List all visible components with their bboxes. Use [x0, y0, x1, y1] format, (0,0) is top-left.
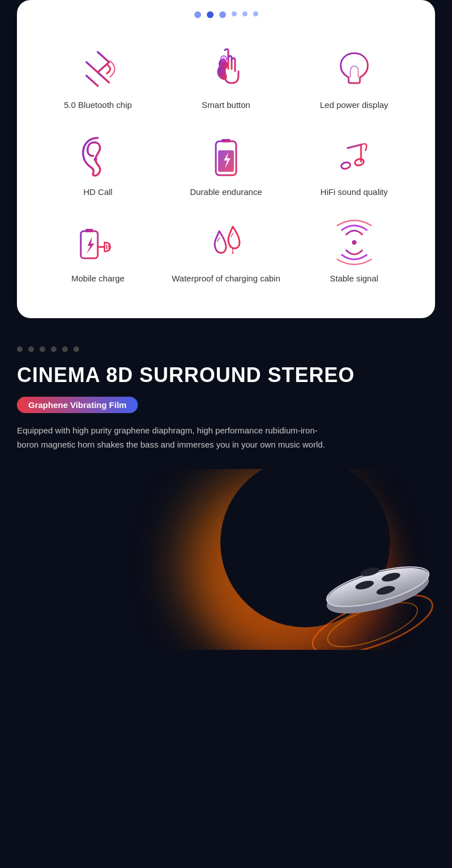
pagination-dots [23, 11, 429, 18]
svg-point-7 [94, 158, 97, 161]
smart-button-label: Smart button [202, 99, 250, 111]
speaker-disc [288, 509, 435, 650]
feature-waterproof: Waterproof of charging cabin [162, 220, 290, 284]
bulb-icon [332, 46, 377, 92]
svg-point-12 [341, 161, 351, 170]
feature-hifi: HiFi sound quality [290, 133, 418, 198]
svg-point-14 [354, 158, 364, 166]
hd-call-label: HD Call [83, 186, 112, 198]
dot-4[interactable] [232, 11, 237, 16]
dot-3[interactable] [219, 11, 226, 18]
ear-icon [75, 133, 120, 179]
dot-6[interactable] [253, 11, 258, 16]
dark-dot-2 [28, 346, 34, 352]
graphene-badge: Graphene Vibrating Film [17, 397, 138, 413]
cinema-section: CINEMA 8D SURROUND STEREO Graphene Vibra… [0, 318, 452, 667]
bluetooth-label: 5.0 Bluetooth chip [64, 99, 132, 111]
dark-dot-5 [62, 346, 68, 352]
feature-led-power: Led power display [290, 46, 418, 111]
features-grid: 5.0 Bluetooth chip [23, 35, 429, 296]
feature-signal: Stable signal [290, 220, 418, 284]
feature-bluetooth: 5.0 Bluetooth chip [34, 46, 162, 111]
dark-dot-1 [17, 346, 23, 352]
battery-icon [203, 133, 249, 179]
svg-line-15 [347, 145, 361, 148]
waterproof-label: Waterproof of charging cabin [172, 273, 280, 284]
dark-dot-3 [40, 346, 45, 352]
hifi-label: HiFi sound quality [320, 186, 388, 198]
feature-mobile-charge: Mobile charge [34, 220, 162, 284]
svg-rect-10 [218, 150, 234, 172]
cinema-title: CINEMA 8D SURROUND STEREO [17, 363, 435, 387]
dot-1[interactable] [194, 11, 201, 18]
dot-2[interactable] [207, 11, 214, 18]
features-card: 5.0 Bluetooth chip [17, 0, 435, 318]
signal-icon [332, 220, 377, 265]
bluetooth-icon [75, 46, 120, 92]
svg-rect-9 [221, 139, 231, 142]
dark-dot-6 [73, 346, 79, 352]
dark-dot-4 [51, 346, 56, 352]
endurance-label: Durable endurance [190, 186, 262, 198]
led-power-label: Led power display [320, 99, 388, 111]
drops-icon [203, 220, 249, 265]
dot-5[interactable] [242, 11, 247, 16]
cinema-description: Equipped with high purity graphene diaph… [17, 423, 333, 452]
speaker-visualization [17, 469, 435, 650]
svg-point-20 [352, 240, 357, 245]
charge-icon [75, 220, 120, 265]
signal-label: Stable signal [330, 273, 379, 284]
cinema-dots [17, 346, 435, 352]
feature-hd-call: HD Call [34, 133, 162, 198]
feature-smart-button: Smart button [162, 46, 290, 111]
touch-icon [203, 46, 249, 92]
music-icon [332, 133, 377, 179]
mobile-charge-label: Mobile charge [71, 273, 124, 284]
feature-endurance: Durable endurance [162, 133, 290, 198]
svg-point-3 [223, 58, 225, 60]
svg-rect-17 [85, 229, 93, 232]
